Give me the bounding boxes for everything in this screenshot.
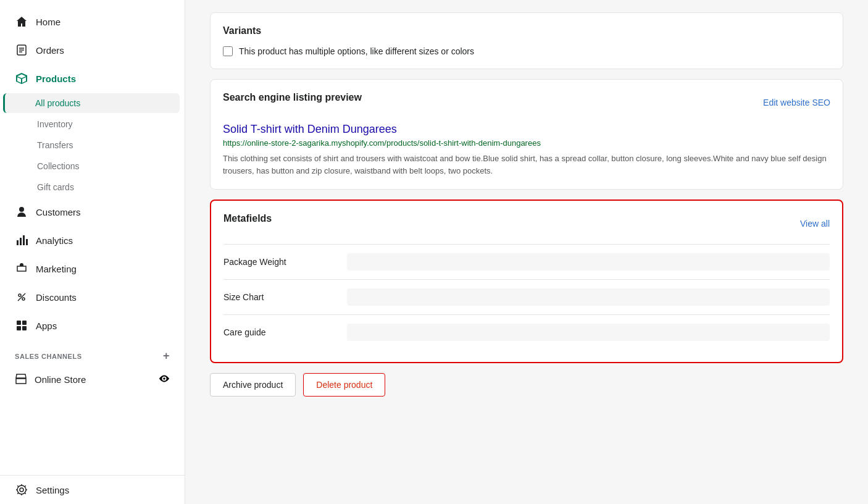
settings-icon <box>15 483 28 497</box>
customers-icon <box>15 205 28 219</box>
sidebar-item-home[interactable]: Home <box>5 9 180 35</box>
variants-card: Variants This product has multiple optio… <box>210 12 843 69</box>
add-sales-channel-icon[interactable]: + <box>163 350 170 363</box>
svg-rect-4 <box>17 240 19 245</box>
sidebar-sub-item-collections[interactable]: Collections <box>5 156 180 176</box>
metafield-value-size-chart <box>347 288 830 306</box>
seo-description: This clothing set consists of shirt and … <box>223 153 830 177</box>
metafield-row-care-guide: Care guide <box>223 314 830 350</box>
metafield-label-care-guide: Care guide <box>223 327 347 337</box>
delete-product-button[interactable]: Delete product <box>303 373 385 397</box>
sales-channels-section: SALES CHANNELS + <box>0 340 185 365</box>
metafield-row-size-chart: Size Chart <box>223 279 830 314</box>
sidebar-item-orders[interactable]: Orders <box>5 37 180 63</box>
metafields-title: Metafields <box>223 213 272 224</box>
sidebar-sub-item-gift-cards[interactable]: Gift cards <box>5 177 180 197</box>
sidebar: Home Orders Products All products Invent… <box>0 0 185 504</box>
orders-icon <box>15 43 28 57</box>
sidebar-sub-item-inventory[interactable]: Inventory <box>5 114 180 134</box>
svg-rect-5 <box>20 238 22 245</box>
sidebar-item-apps[interactable]: Apps <box>5 313 180 338</box>
variants-checkbox[interactable] <box>223 46 233 56</box>
action-buttons: Archive product Delete product <box>210 373 843 397</box>
seo-card: Search engine listing preview Edit websi… <box>210 79 843 190</box>
seo-url: https://online-store-2-sagarika.myshopif… <box>223 138 830 148</box>
archive-product-button[interactable]: Archive product <box>210 373 296 397</box>
metafield-label-size-chart: Size Chart <box>223 292 347 302</box>
metafield-value-package-weight <box>347 253 830 271</box>
sidebar-sub-item-transfers[interactable]: Transfers <box>5 135 180 155</box>
sidebar-item-analytics[interactable]: Analytics <box>5 227 180 253</box>
online-store-visibility-icon[interactable] <box>159 373 170 387</box>
products-icon <box>15 72 28 85</box>
edit-seo-link[interactable]: Edit website SEO <box>763 98 830 107</box>
svg-rect-13 <box>17 326 21 330</box>
svg-point-9 <box>22 298 25 300</box>
analytics-icon <box>15 233 28 247</box>
online-store-icon <box>15 372 27 387</box>
svg-point-8 <box>19 294 21 296</box>
sidebar-sub-item-all-products[interactable]: All products <box>3 93 180 113</box>
variants-card-title: Variants <box>223 25 830 36</box>
metafields-card: Metafields View all Package Weight Size … <box>210 200 843 363</box>
seo-header: Search engine listing preview Edit websi… <box>223 92 830 113</box>
svg-rect-12 <box>22 321 27 325</box>
metafields-header: Metafields View all <box>223 213 830 234</box>
metafield-row-package-weight: Package Weight <box>223 244 830 279</box>
svg-rect-11 <box>17 321 21 325</box>
metafields-view-all-link[interactable]: View all <box>800 219 830 229</box>
sidebar-item-settings[interactable]: Settings <box>5 477 180 503</box>
sidebar-item-discounts[interactable]: Discounts <box>5 284 180 310</box>
svg-rect-6 <box>23 235 25 245</box>
variants-checkbox-label[interactable]: This product has multiple options, like … <box>239 46 474 56</box>
apps-icon <box>15 319 28 332</box>
svg-rect-14 <box>22 326 27 330</box>
seo-product-title: Solid T-shirt with Denim Dungarees <box>223 123 830 136</box>
svg-rect-7 <box>26 239 28 245</box>
sidebar-item-online-store[interactable]: Online Store <box>5 366 180 393</box>
sidebar-item-customers[interactable]: Customers <box>5 199 180 225</box>
metafield-value-care-guide <box>347 324 830 341</box>
sidebar-item-products[interactable]: Products <box>5 65 180 91</box>
metafield-label-package-weight: Package Weight <box>223 257 347 267</box>
sidebar-item-marketing[interactable]: Marketing <box>5 256 180 282</box>
marketing-icon <box>15 262 28 275</box>
home-icon <box>15 15 28 28</box>
seo-card-title: Search engine listing preview <box>223 92 362 103</box>
variants-checkbox-row: This product has multiple options, like … <box>223 46 830 56</box>
discounts-icon <box>15 290 28 304</box>
main-content: Variants This product has multiple optio… <box>185 0 868 504</box>
